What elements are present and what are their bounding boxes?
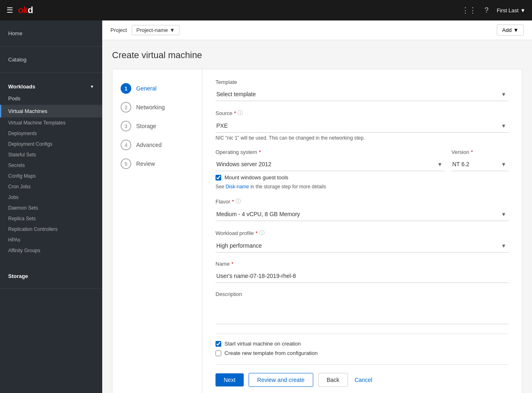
sidebar: Home Catalog Workloads ▼ Pods Virtual Ma…	[0, 20, 102, 393]
sidebar-item-replica-sets[interactable]: Replica Sets	[0, 213, 102, 224]
workload-section: Workload profile * ⓘ High performance ▼	[215, 229, 509, 253]
wizard-step-storage[interactable]: 3 Storage	[112, 117, 202, 136]
source-select[interactable]: PXE	[215, 119, 509, 132]
new-template-checkbox[interactable]	[215, 350, 221, 356]
start-vm-row: Start virtual machine on creation	[215, 341, 509, 347]
name-label: Name *	[215, 261, 509, 267]
wizard-step-review[interactable]: 5 Review	[112, 154, 202, 173]
project-name: Project-name	[136, 27, 168, 33]
hamburger-icon[interactable]: ☰	[7, 6, 13, 15]
name-required-indicator: *	[231, 261, 233, 267]
project-selector[interactable]: Project-name ▼	[132, 25, 179, 35]
user-name: First Last	[497, 7, 519, 14]
start-vm-checkbox[interactable]	[215, 341, 221, 347]
sidebar-item-hpas[interactable]: HPAs	[0, 235, 102, 245]
topnav-right: ⋮⋮ ? First Last ▼	[462, 6, 525, 15]
sidebar-item-daemon-sets[interactable]: Daemon Sets	[0, 203, 102, 213]
sidebar-item-deployment-configs[interactable]: Deployment Configs	[0, 139, 102, 149]
storage-label: Storage	[8, 273, 28, 279]
new-template-row: Create new template from configuration	[215, 350, 509, 356]
sidebar-item-affinity-groups[interactable]: Affinity Groups	[0, 245, 102, 256]
flavor-select-wrapper: Medium - 4 vCPU, 8 GB Memory ▼	[215, 208, 509, 221]
workload-help-icon[interactable]: ⓘ	[259, 229, 265, 237]
version-required-indicator: *	[471, 149, 473, 155]
version-select-wrapper: NT 6.2 ▼	[451, 158, 509, 171]
project-label: Project	[110, 27, 127, 33]
source-section: Source * ⓘ PXE ▼ NIC "nic 1" will be use…	[215, 109, 509, 141]
version-label: Version *	[451, 149, 509, 155]
source-info-text: NIC "nic 1" will be used. This can be ch…	[215, 135, 509, 141]
template-label: Template	[215, 79, 509, 85]
flavor-help-icon[interactable]: ⓘ	[236, 198, 241, 205]
guest-tools-label[interactable]: Mount windows guest tools	[224, 174, 288, 181]
flavor-section: Flavor * ⓘ Medium - 4 vCPU, 8 GB Memory …	[215, 198, 509, 221]
os-row: Operating system * Windows server 2012 ▼	[215, 149, 509, 171]
os-main: Operating system * Windows server 2012 ▼	[215, 149, 445, 171]
wizard-step-networking[interactable]: 2 Networking	[112, 98, 202, 117]
template-select[interactable]: Select template	[215, 88, 509, 101]
guest-tools-checkbox[interactable]	[215, 175, 221, 181]
sidebar-item-secrets[interactable]: Secrets	[0, 160, 102, 171]
sidebar-item-cron-jobs[interactable]: Cron Jobs	[0, 181, 102, 192]
version-select[interactable]: NT 6.2	[451, 158, 509, 171]
step-1-label: General	[136, 85, 157, 92]
workloads-label: Workloads	[8, 84, 35, 90]
sidebar-item-config-maps[interactable]: Config Maps	[0, 171, 102, 181]
review-create-button[interactable]: Review and create	[249, 373, 313, 387]
workload-label: Workload profile * ⓘ	[215, 229, 509, 237]
sidebar-item-virtual-machines[interactable]: Virtual Machines	[0, 105, 102, 117]
flavor-select[interactable]: Medium - 4 vCPU, 8 GB Memory	[215, 208, 509, 221]
cancel-button[interactable]: Cancel	[353, 373, 374, 386]
os-select[interactable]: Windows server 2012	[215, 158, 445, 171]
add-button[interactable]: Add ▼	[497, 25, 524, 36]
page-content: Create virtual machine 1 General 2	[102, 40, 532, 393]
disk-info-text: See Disk-name in the storage step for mo…	[215, 184, 509, 190]
description-label: Description	[215, 291, 509, 297]
start-vm-label[interactable]: Start virtual machine on creation	[224, 341, 301, 347]
step-3-label: Storage	[136, 123, 156, 129]
sidebar-item-deployments[interactable]: Deployments	[0, 128, 102, 139]
sidebar-item-catalog[interactable]: Catalog	[0, 53, 102, 66]
template-select-wrapper: Select template ▼	[215, 88, 509, 101]
description-textarea[interactable]	[215, 300, 509, 324]
sidebar-item-home[interactable]: Home	[0, 27, 102, 40]
name-input[interactable]	[215, 269, 509, 283]
page-title: Create virtual machine	[112, 50, 522, 61]
wizard-container: 1 General 2 Networking 3 St	[112, 69, 522, 393]
sidebar-item-pods[interactable]: Pods	[0, 92, 102, 105]
sidebar-item-replication-controllers[interactable]: Replication Controllers	[0, 224, 102, 235]
source-help-icon[interactable]: ⓘ	[238, 109, 243, 117]
guest-tools-row: Mount windows guest tools	[215, 174, 509, 181]
next-button[interactable]: Next	[215, 373, 244, 386]
source-label: Source * ⓘ	[215, 109, 509, 117]
step-5-label: Review	[136, 160, 155, 167]
sidebar-storage-heading[interactable]: Storage	[0, 269, 102, 282]
version-section: Version * NT 6.2 ▼	[451, 149, 509, 171]
os-label: Operating system *	[215, 149, 445, 155]
os-required-indicator: *	[259, 149, 261, 155]
top-navigation: ☰ okd ⋮⋮ ? First Last ▼	[0, 0, 532, 20]
sidebar-item-stateful-sets[interactable]: Stateful Sets	[0, 149, 102, 160]
user-menu[interactable]: First Last ▼	[497, 7, 525, 14]
step-1-circle: 1	[121, 83, 131, 94]
name-section: Name *	[215, 261, 509, 283]
sidebar-workloads-heading[interactable]: Workloads ▼	[0, 79, 102, 92]
workload-select[interactable]: High performance	[215, 239, 509, 252]
sidebar-item-jobs[interactable]: Jobs	[0, 192, 102, 203]
back-button[interactable]: Back	[318, 373, 348, 387]
grid-icon[interactable]: ⋮⋮	[462, 6, 476, 15]
step-4-circle: 4	[121, 140, 131, 150]
wizard-step-general[interactable]: 1 General	[112, 79, 202, 98]
source-required-indicator: *	[234, 110, 236, 116]
app-logo: okd	[18, 5, 33, 16]
step-2-circle: 2	[121, 102, 131, 113]
sidebar-item-virtual-machine-templates[interactable]: Virtual Machine Templates	[0, 117, 102, 128]
content-area: Project Project-name ▼ Add ▼ Create virt…	[102, 20, 532, 393]
workload-required-indicator: *	[256, 230, 258, 236]
new-template-label[interactable]: Create new template from configuration	[224, 350, 318, 356]
workload-select-wrapper: High performance ▼	[215, 239, 509, 253]
step-3-circle: 3	[121, 121, 131, 131]
help-icon[interactable]: ?	[485, 6, 489, 15]
disk-link[interactable]: Disk-name	[226, 184, 249, 190]
wizard-step-advanced[interactable]: 4 Advanced	[112, 136, 202, 154]
